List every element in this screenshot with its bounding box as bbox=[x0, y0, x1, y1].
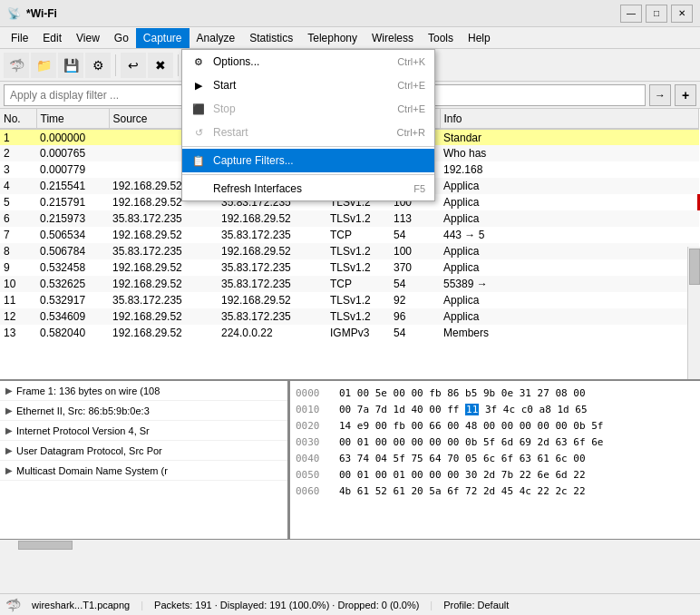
hex-row: 000001 00 5e 00 00 fb 86 b5 9b 0e 31 27 … bbox=[296, 385, 695, 401]
capture-menu-item: ⬛StopCtrl+E bbox=[182, 97, 434, 121]
menu-statistics[interactable]: Statistics bbox=[242, 28, 300, 48]
status-icon-shark: 🦈 bbox=[5, 598, 21, 612]
hex-bytes: 01 00 5e 00 00 fb 86 b5 9b 0e 31 27 08 0… bbox=[339, 387, 695, 399]
menu-analyze[interactable]: Analyze bbox=[190, 28, 243, 48]
table-row[interactable]: 130.582040192.168.29.52224.0.0.22IGMPv35… bbox=[0, 325, 699, 341]
menu-tools[interactable]: Tools bbox=[421, 28, 461, 48]
tree-expand-icon: ▶ bbox=[5, 405, 13, 415]
capture-menu-item[interactable]: ⚙Options...Ctrl+K bbox=[182, 50, 434, 73]
tree-item-label: Ethernet II, Src: 86:b5:9b:0e:3 bbox=[16, 405, 150, 416]
toolbar-sep2 bbox=[178, 54, 179, 76]
filter-apply-btn[interactable]: → bbox=[649, 84, 671, 106]
toolbar-save-btn[interactable]: 💾 bbox=[58, 53, 83, 78]
app-icon: 📡 bbox=[7, 7, 21, 20]
hex-row: 001000 7a 7d 1d 40 00 ff 11 3f 4c c0 a8 … bbox=[296, 401, 695, 417]
menu-item-shortcut: Ctrl+E bbox=[397, 103, 425, 114]
tree-expand-icon: ▶ bbox=[5, 425, 13, 435]
hex-offset: 0020 bbox=[296, 420, 328, 432]
tree-item-label: Multicast Domain Name System (r bbox=[16, 465, 168, 476]
tree-item[interactable]: ▶Multicast Domain Name System (r bbox=[0, 461, 287, 481]
bottom-hscroll[interactable] bbox=[0, 540, 700, 551]
menu-view[interactable]: View bbox=[69, 28, 107, 48]
detail-pane: ▶Frame 1: 136 bytes on wire (108▶Etherne… bbox=[0, 381, 700, 540]
menu-item-shortcut: Ctrl+K bbox=[397, 56, 425, 67]
toolbar-open-btn[interactable]: 📁 bbox=[31, 53, 56, 78]
tree-item-label: User Datagram Protocol, Src Por bbox=[16, 445, 162, 456]
title-controls[interactable]: — □ ✕ bbox=[620, 5, 693, 23]
col-header-time: Time bbox=[36, 109, 109, 129]
table-row[interactable]: 100.532625192.168.29.5235.83.172.235TCP5… bbox=[0, 276, 699, 292]
minimize-button[interactable]: — bbox=[620, 5, 642, 23]
title-bar-left: 📡 *Wi-Fi bbox=[7, 7, 57, 20]
hex-pane: 000001 00 5e 00 00 fb 86 b5 9b 0e 31 27 … bbox=[290, 381, 700, 539]
menu-capture[interactable]: Capture bbox=[136, 28, 190, 48]
hex-offset: 0030 bbox=[296, 436, 328, 448]
filter-add-btn[interactable]: + bbox=[675, 84, 696, 106]
menu-item-label: Capture Filters... bbox=[213, 154, 294, 167]
table-row[interactable]: 60.21597335.83.172.235192.168.29.52TLSv1… bbox=[0, 210, 699, 227]
toolbar-shark-btn[interactable]: 🦈 bbox=[4, 53, 29, 78]
status-packets: Packets: 191 · Displayed: 191 (100.0%) ·… bbox=[154, 600, 419, 610]
title-bar: 📡 *Wi-Fi — □ ✕ bbox=[0, 0, 700, 27]
title-text: *Wi-Fi bbox=[26, 7, 57, 20]
hex-row: 005000 01 00 01 00 00 00 30 2d 7b 22 6e … bbox=[296, 466, 695, 483]
hex-row: 003000 01 00 00 00 00 00 0b 5f 6d 69 2d … bbox=[296, 434, 695, 450]
col-header-no: No. bbox=[0, 109, 36, 129]
tree-expand-icon: ▶ bbox=[5, 386, 13, 395]
menu-wireless[interactable]: Wireless bbox=[365, 28, 421, 48]
capture-menu-item[interactable]: 📋Capture Filters... bbox=[182, 149, 434, 172]
hex-bytes: 4b 61 52 61 20 5a 6f 72 2d 45 4c 22 2c 2… bbox=[339, 485, 695, 497]
menu-telephony[interactable]: Telephony bbox=[300, 28, 365, 48]
menu-item-label: Options... bbox=[213, 55, 259, 68]
tree-item[interactable]: ▶Internet Protocol Version 4, Sr bbox=[0, 421, 287, 441]
tree-item[interactable]: ▶User Datagram Protocol, Src Por bbox=[0, 441, 287, 461]
menu-go[interactable]: Go bbox=[107, 28, 136, 48]
capture-menu-item[interactable]: Refresh InterfacesF5 bbox=[182, 177, 434, 200]
menu-item-label: Stop bbox=[213, 102, 236, 115]
status-bar: 🦈 wireshark...T1.pcapng | Packets: 191 ·… bbox=[0, 593, 700, 615]
toolbar-options-btn[interactable]: ⚙ bbox=[85, 53, 111, 78]
capture-menu: ⚙Options...Ctrl+K▶StartCtrl+E⬛StopCtrl+E… bbox=[181, 49, 435, 201]
capture-menu-item: ↺RestartCtrl+R bbox=[182, 121, 434, 144]
table-vscroll[interactable] bbox=[687, 247, 700, 381]
tree-item-label: Internet Protocol Version 4, Sr bbox=[16, 425, 150, 436]
capture-menu-item[interactable]: ▶StartCtrl+E bbox=[182, 73, 434, 97]
tree-expand-icon: ▶ bbox=[5, 465, 13, 475]
tree-item-label: Frame 1: 136 bytes on wire (108 bbox=[16, 386, 160, 396]
menu-file[interactable]: File bbox=[4, 28, 35, 48]
hex-row: 00604b 61 52 61 20 5a 6f 72 2d 45 4c 22 … bbox=[296, 483, 695, 499]
hex-offset: 0010 bbox=[296, 404, 328, 415]
table-vscroll-thumb[interactable] bbox=[689, 249, 700, 285]
table-row[interactable]: 120.534609192.168.29.5235.83.172.235TLSv… bbox=[0, 308, 699, 325]
menu-item-icon bbox=[191, 181, 206, 196]
tree-item[interactable]: ▶Ethernet II, Src: 86:b5:9b:0e:3 bbox=[0, 401, 287, 421]
hex-row: 002014 e9 00 fb 00 66 00 48 00 00 00 00 … bbox=[296, 417, 695, 434]
toolbar-reload-btn[interactable]: ↩ bbox=[121, 53, 146, 78]
toolbar-sep1 bbox=[115, 54, 116, 76]
col-header-info: Info bbox=[440, 109, 699, 129]
detail-tree: ▶Frame 1: 136 bytes on wire (108▶Etherne… bbox=[0, 381, 290, 539]
table-row[interactable]: 90.532458192.168.29.5235.83.172.235TLSv1… bbox=[0, 259, 699, 276]
hex-row: 004063 74 04 5f 75 64 70 05 6c 6f 63 61 … bbox=[296, 450, 695, 466]
hex-offset: 0000 bbox=[296, 387, 328, 399]
maximize-button[interactable]: □ bbox=[646, 5, 667, 23]
menu-item-shortcut: Ctrl+R bbox=[397, 127, 425, 138]
table-row[interactable]: 80.50678435.83.172.235192.168.29.52TLSv1… bbox=[0, 243, 699, 259]
bottom-hscroll-thumb[interactable] bbox=[18, 541, 73, 550]
menu-item-icon: ↺ bbox=[191, 125, 206, 140]
tree-item[interactable]: ▶Frame 1: 136 bytes on wire (108 bbox=[0, 381, 287, 401]
table-row[interactable]: 110.53291735.83.172.235192.168.29.52TLSv… bbox=[0, 292, 699, 308]
close-button[interactable]: ✕ bbox=[671, 5, 693, 23]
hex-bytes: 00 01 00 00 00 00 00 0b 5f 6d 69 2d 63 6… bbox=[339, 436, 695, 448]
toolbar-x-btn[interactable]: ✖ bbox=[148, 53, 173, 78]
hex-bytes: 00 7a 7d 1d 40 00 ff 11 3f 4c c0 a8 1d 6… bbox=[339, 404, 695, 415]
menu-help[interactable]: Help bbox=[461, 28, 498, 48]
status-file: wireshark...T1.pcapng bbox=[32, 600, 130, 610]
menu-edit[interactable]: Edit bbox=[35, 28, 69, 48]
table-row[interactable]: 70.506534192.168.29.5235.83.172.235TCP54… bbox=[0, 227, 699, 243]
status-sep2: | bbox=[430, 600, 433, 610]
hex-bytes: 00 01 00 01 00 00 00 30 2d 7b 22 6e 6d 2… bbox=[339, 469, 695, 481]
hex-bytes: 14 e9 00 fb 00 66 00 48 00 00 00 00 00 0… bbox=[339, 420, 695, 432]
hex-offset: 0040 bbox=[296, 453, 328, 464]
menu-item-icon: ⚙ bbox=[191, 54, 206, 69]
